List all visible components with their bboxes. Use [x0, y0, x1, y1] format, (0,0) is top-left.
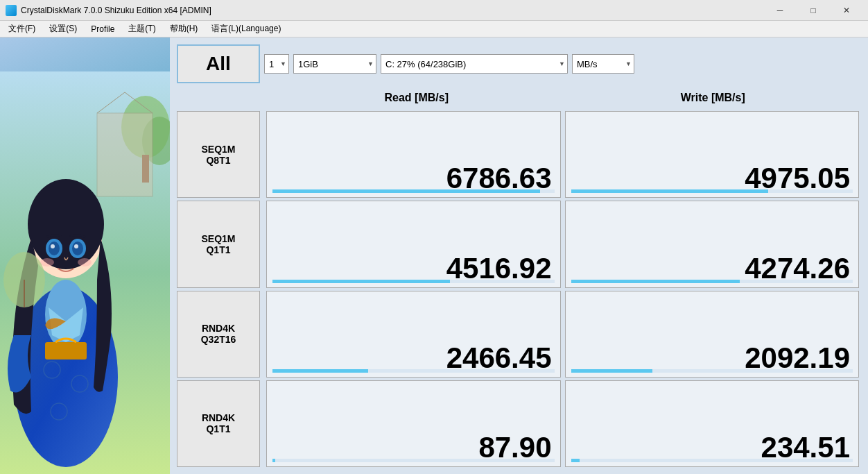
write-cell-rnd4k-q1t1: 234.51	[565, 380, 860, 467]
read-value-seq1m-q1t1: 4516.92	[446, 254, 552, 283]
write-cell-seq1m-q8t1: 4975.05	[565, 111, 860, 198]
row-label-rnd4k-q32t16: RND4K Q32T16	[177, 291, 260, 378]
svg-point-16	[74, 244, 78, 248]
write-value-seq1m-q8t1: 4975.05	[745, 164, 850, 193]
write-progress-fill-seq1m-q1t1	[571, 280, 740, 283]
svg-point-15	[72, 242, 83, 255]
benchmark-table: SEQ1M Q8T1 6786.63 4975.05 SEQ1M Q1T1 45…	[177, 111, 861, 467]
read-cell-rnd4k-q1t1: 87.90	[266, 380, 561, 467]
column-headers: Read [MB/s] Write [MB/s]	[264, 89, 861, 107]
read-cell-seq1m-q1t1: 4516.92	[266, 201, 561, 287]
menu-theme[interactable]: 主题(T)	[123, 22, 161, 36]
title-bar-text: CrystalDiskMark 7.0.0 Shizuku Edition x6…	[21, 6, 764, 15]
write-progress-seq1m-q8t1	[571, 189, 853, 193]
count-dropdown-wrapper[interactable]: 1 3 5 9	[264, 54, 289, 74]
svg-rect-19	[45, 342, 87, 359]
count-dropdown[interactable]: 1 3 5 9	[264, 54, 289, 74]
read-value-rnd4k-q1t1: 87.90	[478, 433, 551, 462]
read-progress-rnd4k-q1t1	[272, 459, 555, 462]
svg-point-18	[78, 258, 92, 266]
read-header: Read [MB/s]	[268, 89, 565, 107]
benchmark-row-rnd4k-q1t1: RND4K Q1T1 87.90 234.51	[177, 380, 861, 467]
benchmark-row-seq1m-q8t1: SEQ1M Q8T1 6786.63 4975.05	[177, 111, 861, 198]
menu-bar: 文件(F) 设置(S) Profile 主题(T) 帮助(H) 语言(L)(La…	[0, 21, 868, 37]
read-cell-rnd4k-q32t16: 2466.45	[266, 291, 561, 378]
size-dropdown-wrapper[interactable]: 1GiB 512MiB 256MiB 64MiB 32MiB 16MiB	[293, 54, 376, 74]
maximize-button[interactable]: □	[797, 0, 829, 21]
menu-settings[interactable]: 设置(S)	[44, 22, 83, 36]
read-progress-fill-seq1m-q1t1	[272, 280, 450, 283]
read-progress-fill-rnd4k-q1t1	[272, 459, 275, 462]
read-progress-seq1m-q8t1	[272, 189, 555, 193]
read-progress-seq1m-q1t1	[272, 280, 555, 283]
menu-file[interactable]: 文件(F)	[3, 22, 41, 36]
top-controls: All 1 3 5 9 1GiB 512MiB 256MiB 64MiB 32M…	[177, 44, 861, 83]
svg-rect-4	[97, 113, 153, 196]
write-progress-fill-rnd4k-q32t16	[571, 369, 653, 373]
menu-language[interactable]: 语言(L)(Language)	[206, 22, 286, 36]
read-cell-seq1m-q8t1: 6786.63	[266, 111, 561, 198]
svg-point-12	[49, 242, 60, 255]
read-progress-rnd4k-q32t16	[272, 369, 555, 373]
unit-dropdown[interactable]: MB/s GB/s IOPS μs	[572, 54, 634, 74]
write-value-rnd4k-q1t1: 234.51	[761, 433, 850, 462]
menu-profile[interactable]: Profile	[85, 23, 120, 35]
write-progress-rnd4k-q1t1	[571, 459, 853, 462]
read-progress-fill-seq1m-q8t1	[272, 189, 540, 193]
row-label-seq1m-q1t1: SEQ1M Q1T1	[177, 201, 260, 287]
size-dropdown[interactable]: 1GiB 512MiB 256MiB 64MiB 32MiB 16MiB	[293, 54, 376, 74]
menu-help[interactable]: 帮助(H)	[164, 22, 204, 36]
all-button[interactable]: All	[177, 44, 260, 83]
content-panel: All 1 3 5 9 1GiB 512MiB 256MiB 64MiB 32M…	[170, 37, 868, 474]
minimize-button[interactable]: ─	[764, 0, 796, 21]
drive-dropdown[interactable]: C: 27% (64/238GiB)	[381, 54, 568, 74]
background-image	[0, 37, 170, 474]
write-progress-fill-seq1m-q8t1	[571, 189, 769, 193]
read-value-rnd4k-q32t16: 2466.45	[446, 344, 552, 373]
svg-point-17	[40, 258, 54, 266]
write-cell-seq1m-q1t1: 4274.26	[565, 201, 860, 287]
write-value-seq1m-q1t1: 4274.26	[745, 254, 850, 283]
benchmark-row-rnd4k-q32t16: RND4K Q32T16 2466.45 2092.19	[177, 291, 861, 378]
close-button[interactable]: ✕	[831, 0, 862, 21]
write-value-rnd4k-q32t16: 2092.19	[745, 344, 850, 373]
write-progress-seq1m-q1t1	[571, 280, 853, 283]
write-progress-fill-rnd4k-q1t1	[571, 459, 580, 462]
read-progress-fill-rnd4k-q32t16	[272, 369, 368, 373]
benchmark-row-seq1m-q1t1: SEQ1M Q1T1 4516.92 4274.26	[177, 201, 861, 287]
unit-dropdown-wrapper[interactable]: MB/s GB/s IOPS μs	[572, 54, 634, 74]
read-value-seq1m-q8t1: 6786.63	[446, 164, 552, 193]
title-bar: CrystalDiskMark 7.0.0 Shizuku Edition x6…	[0, 0, 868, 21]
write-header: Write [MB/s]	[565, 89, 862, 107]
drive-dropdown-wrapper[interactable]: C: 27% (64/238GiB)	[381, 54, 568, 74]
main-area: All 1 3 5 9 1GiB 512MiB 256MiB 64MiB 32M…	[0, 37, 868, 474]
app-icon	[6, 5, 17, 16]
svg-point-13	[51, 244, 55, 248]
row-label-rnd4k-q1t1: RND4K Q1T1	[177, 380, 260, 467]
write-cell-rnd4k-q32t16: 2092.19	[565, 291, 860, 378]
window-controls: ─ □ ✕	[764, 0, 862, 21]
write-progress-rnd4k-q32t16	[571, 369, 853, 373]
row-label-seq1m-q8t1: SEQ1M Q8T1	[177, 111, 260, 198]
svg-point-10	[28, 179, 104, 269]
